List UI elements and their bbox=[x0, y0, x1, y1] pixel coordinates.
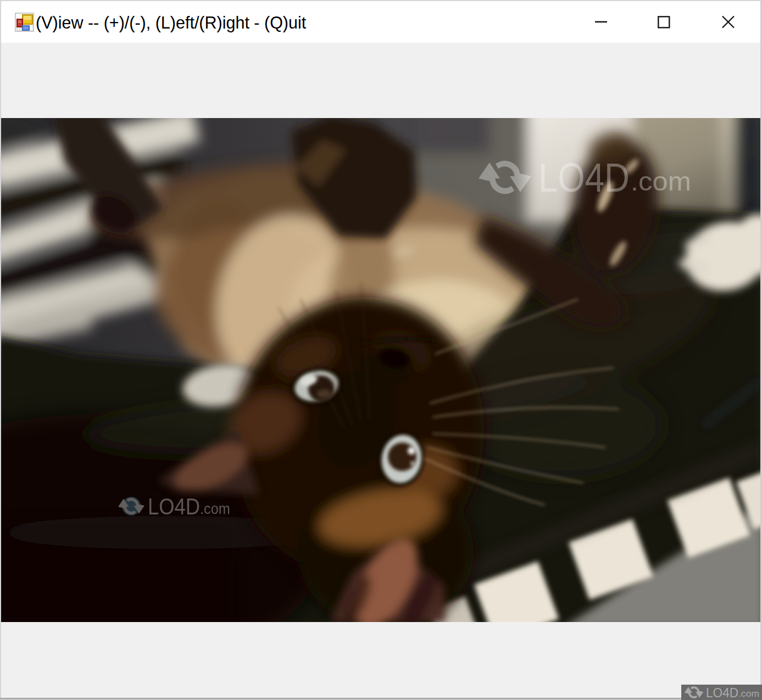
svg-text:.com: .com bbox=[738, 688, 759, 698]
svg-text:LO4D: LO4D bbox=[538, 154, 630, 200]
svg-text:.com: .com bbox=[631, 167, 691, 196]
svg-text:.com: .com bbox=[200, 501, 230, 517]
svg-text:LO4D: LO4D bbox=[706, 686, 738, 700]
svg-text:LO4D: LO4D bbox=[148, 494, 200, 519]
